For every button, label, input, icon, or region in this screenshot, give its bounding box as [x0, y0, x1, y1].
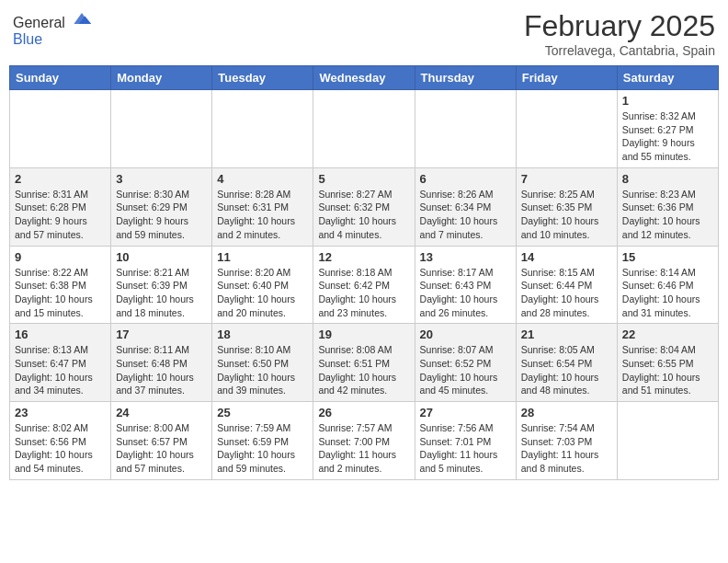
calendar-cell — [516, 90, 617, 168]
day-info: Sunrise: 8:20 AMSunset: 6:40 PMDaylight:… — [217, 266, 308, 320]
weekday-header-tuesday: Tuesday — [212, 66, 313, 90]
day-info: Sunrise: 8:08 AMSunset: 6:51 PMDaylight:… — [318, 343, 409, 397]
day-number: 19 — [318, 327, 409, 341]
calendar-week-row: 9Sunrise: 8:22 AMSunset: 6:38 PMDaylight… — [10, 246, 719, 324]
day-info: Sunrise: 7:56 AMSunset: 7:01 PMDaylight:… — [420, 421, 511, 476]
calendar-week-row: 16Sunrise: 8:13 AMSunset: 6:47 PMDayligh… — [10, 324, 719, 402]
calendar-cell: 28Sunrise: 7:54 AMSunset: 7:03 PMDayligh… — [516, 402, 617, 480]
weekday-header-sunday: Sunday — [10, 66, 111, 90]
day-number: 22 — [622, 327, 713, 341]
calendar-week-row: 2Sunrise: 8:31 AMSunset: 6:28 PMDaylight… — [10, 167, 719, 246]
calendar-cell: 5Sunrise: 8:27 AMSunset: 6:32 PMDaylight… — [313, 167, 415, 246]
day-number: 1 — [622, 94, 713, 108]
calendar-cell: 23Sunrise: 8:02 AMSunset: 6:56 PMDayligh… — [10, 402, 111, 480]
day-number: 27 — [420, 406, 511, 419]
calendar-week-row: 1Sunrise: 8:32 AMSunset: 6:27 PMDaylight… — [10, 90, 719, 168]
calendar-cell: 17Sunrise: 8:11 AMSunset: 6:48 PMDayligh… — [111, 324, 212, 402]
calendar-cell — [10, 90, 111, 168]
day-number: 24 — [116, 406, 207, 419]
day-info: Sunrise: 8:21 AMSunset: 6:39 PMDaylight:… — [116, 266, 207, 320]
day-number: 15 — [622, 250, 713, 264]
weekday-header-thursday: Thursday — [415, 66, 516, 90]
day-info: Sunrise: 8:25 AMSunset: 6:35 PMDaylight:… — [521, 188, 612, 242]
weekday-header-saturday: Saturday — [617, 66, 718, 90]
day-info: Sunrise: 8:27 AMSunset: 6:32 PMDaylight:… — [318, 188, 409, 242]
weekday-header-monday: Monday — [111, 66, 212, 90]
day-info: Sunrise: 8:28 AMSunset: 6:31 PMDaylight:… — [217, 188, 308, 242]
calendar-cell: 4Sunrise: 8:28 AMSunset: 6:31 PMDaylight… — [212, 167, 313, 246]
calendar-cell: 21Sunrise: 8:05 AMSunset: 6:54 PMDayligh… — [516, 324, 617, 402]
calendar-cell: 22Sunrise: 8:04 AMSunset: 6:55 PMDayligh… — [617, 324, 718, 402]
header: General Blue February 2025 Torrelavega, … — [9, 9, 719, 58]
day-number: 18 — [217, 327, 308, 341]
calendar-cell — [617, 402, 718, 480]
day-number: 13 — [420, 250, 511, 264]
day-info: Sunrise: 8:00 AMSunset: 6:57 PMDaylight:… — [116, 421, 207, 476]
day-info: Sunrise: 8:14 AMSunset: 6:46 PMDaylight:… — [622, 266, 713, 320]
title-area: February 2025 Torrelavega, Cantabria, Sp… — [524, 9, 715, 58]
day-number: 20 — [420, 327, 511, 341]
day-number: 5 — [318, 172, 409, 186]
calendar-cell: 25Sunrise: 7:59 AMSunset: 6:59 PMDayligh… — [212, 402, 313, 480]
day-info: Sunrise: 8:07 AMSunset: 6:52 PMDaylight:… — [420, 343, 511, 397]
month-title: February 2025 — [524, 9, 715, 43]
day-number: 11 — [217, 250, 308, 264]
location-title: Torrelavega, Cantabria, Spain — [524, 43, 715, 58]
calendar-cell: 15Sunrise: 8:14 AMSunset: 6:46 PMDayligh… — [617, 246, 718, 324]
weekday-header-friday: Friday — [516, 66, 617, 90]
calendar-cell — [111, 90, 212, 168]
day-info: Sunrise: 8:22 AMSunset: 6:38 PMDaylight:… — [15, 266, 106, 320]
day-number: 16 — [15, 327, 106, 341]
calendar-cell: 3Sunrise: 8:30 AMSunset: 6:29 PMDaylight… — [111, 167, 212, 246]
day-number: 4 — [217, 172, 308, 186]
day-info: Sunrise: 8:31 AMSunset: 6:28 PMDaylight:… — [15, 188, 106, 242]
calendar-week-row: 23Sunrise: 8:02 AMSunset: 6:56 PMDayligh… — [10, 402, 719, 480]
day-number: 3 — [116, 172, 207, 186]
day-info: Sunrise: 8:15 AMSunset: 6:44 PMDaylight:… — [521, 266, 612, 320]
calendar-cell: 10Sunrise: 8:21 AMSunset: 6:39 PMDayligh… — [111, 246, 212, 324]
day-number: 7 — [521, 172, 612, 186]
calendar-cell: 9Sunrise: 8:22 AMSunset: 6:38 PMDaylight… — [10, 246, 111, 324]
calendar-cell: 8Sunrise: 8:23 AMSunset: 6:36 PMDaylight… — [617, 167, 718, 246]
day-info: Sunrise: 7:57 AMSunset: 7:00 PMDaylight:… — [318, 421, 409, 476]
logo-general-text: General — [13, 15, 65, 30]
calendar-cell: 7Sunrise: 8:25 AMSunset: 6:35 PMDaylight… — [516, 167, 617, 246]
calendar-cell: 14Sunrise: 8:15 AMSunset: 6:44 PMDayligh… — [516, 246, 617, 324]
calendar-cell: 11Sunrise: 8:20 AMSunset: 6:40 PMDayligh… — [212, 246, 313, 324]
day-number: 26 — [318, 406, 409, 419]
day-info: Sunrise: 8:26 AMSunset: 6:34 PMDaylight:… — [420, 188, 511, 242]
day-number: 8 — [622, 172, 713, 186]
calendar-cell: 1Sunrise: 8:32 AMSunset: 6:27 PMDaylight… — [617, 90, 718, 168]
calendar-cell: 20Sunrise: 8:07 AMSunset: 6:52 PMDayligh… — [415, 324, 516, 402]
day-number: 28 — [521, 406, 612, 419]
day-info: Sunrise: 8:30 AMSunset: 6:29 PMDaylight:… — [116, 188, 207, 242]
day-info: Sunrise: 8:11 AMSunset: 6:48 PMDaylight:… — [116, 343, 207, 397]
day-number: 17 — [116, 327, 207, 341]
day-number: 23 — [15, 406, 106, 419]
day-info: Sunrise: 8:10 AMSunset: 6:50 PMDaylight:… — [217, 343, 308, 397]
day-info: Sunrise: 8:17 AMSunset: 6:43 PMDaylight:… — [420, 266, 511, 320]
day-info: Sunrise: 8:05 AMSunset: 6:54 PMDaylight:… — [521, 343, 612, 397]
calendar-cell: 18Sunrise: 8:10 AMSunset: 6:50 PMDayligh… — [212, 324, 313, 402]
calendar-cell: 2Sunrise: 8:31 AMSunset: 6:28 PMDaylight… — [10, 167, 111, 246]
day-number: 12 — [318, 250, 409, 264]
calendar-cell — [313, 90, 415, 168]
calendar-cell: 19Sunrise: 8:08 AMSunset: 6:51 PMDayligh… — [313, 324, 415, 402]
day-number: 6 — [420, 172, 511, 186]
calendar-cell: 13Sunrise: 8:17 AMSunset: 6:43 PMDayligh… — [415, 246, 516, 324]
day-info: Sunrise: 8:04 AMSunset: 6:55 PMDaylight:… — [622, 343, 713, 397]
weekday-header-wednesday: Wednesday — [313, 66, 415, 90]
day-number: 21 — [521, 327, 612, 341]
day-info: Sunrise: 7:54 AMSunset: 7:03 PMDaylight:… — [521, 421, 612, 476]
day-info: Sunrise: 8:23 AMSunset: 6:36 PMDaylight:… — [622, 188, 713, 242]
logo-blue-text: Blue — [13, 31, 42, 47]
day-info: Sunrise: 8:02 AMSunset: 6:56 PMDaylight:… — [15, 421, 106, 476]
day-number: 25 — [217, 406, 308, 419]
day-info: Sunrise: 8:18 AMSunset: 6:42 PMDaylight:… — [318, 266, 409, 320]
day-number: 10 — [116, 250, 207, 264]
calendar-cell: 16Sunrise: 8:13 AMSunset: 6:47 PMDayligh… — [10, 324, 111, 402]
calendar-header-row: SundayMondayTuesdayWednesdayThursdayFrid… — [10, 66, 719, 90]
calendar-cell — [212, 90, 313, 168]
logo: General Blue — [13, 9, 93, 48]
calendar-cell: 12Sunrise: 8:18 AMSunset: 6:42 PMDayligh… — [313, 246, 415, 324]
